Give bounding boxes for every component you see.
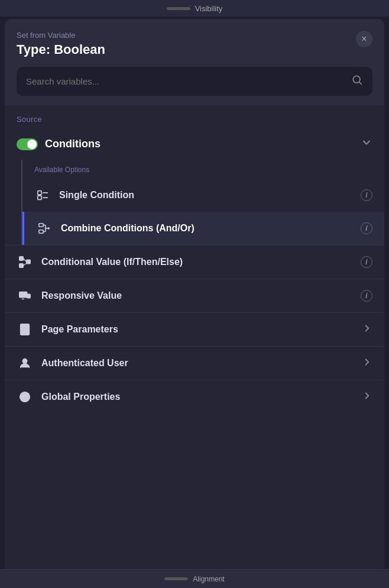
search-input[interactable] [26, 76, 345, 86]
combine-conditions-info-icon[interactable]: i [361, 222, 372, 234]
bottom-bar: Alignment [0, 569, 389, 588]
menu-item-page-parameters[interactable]: Page Parameters [5, 313, 384, 346]
menu-item-conditional-value[interactable]: Conditional Value (If/Then/Else) i [5, 245, 384, 279]
authenticated-user-icon [17, 355, 33, 371]
svg-rect-2 [38, 191, 41, 195]
authenticated-user-chevron-icon [362, 357, 372, 370]
bottom-bar-label: Alignment [193, 575, 224, 583]
combine-conditions-icon [36, 220, 53, 237]
toggle-icon[interactable] [17, 138, 38, 150]
modal-panel: Set from Variable Type: Boolean × Source… [5, 19, 384, 569]
svg-line-17 [23, 263, 27, 266]
svg-rect-13 [20, 257, 23, 260]
page-parameters-label: Page Parameters [41, 324, 354, 335]
source-section: Source Conditions Available Options [5, 105, 384, 569]
source-label: Source [5, 105, 384, 128]
search-icon [351, 74, 363, 89]
responsive-value-info-icon[interactable]: i [361, 290, 372, 302]
available-options-section: Available Options Single Condition i [21, 160, 384, 245]
svg-line-16 [23, 259, 27, 262]
page-parameters-icon [17, 321, 33, 338]
modal-header: Set from Variable Type: Boolean × [5, 19, 384, 67]
chevron-down-icon [361, 137, 372, 151]
global-properties-chevron-icon [362, 390, 372, 404]
combine-conditions-label: Combine Conditions (And/Or) [61, 223, 352, 234]
svg-point-12 [48, 227, 50, 230]
conditional-value-label: Conditional Value (If/Then/Else) [41, 257, 352, 267]
bottom-bar-pill [164, 577, 188, 580]
conditions-row[interactable]: Conditions [5, 128, 384, 160]
search-container [17, 67, 372, 96]
menu-item-responsive-value[interactable]: Responsive Value i [5, 279, 384, 312]
svg-rect-18 [20, 292, 27, 298]
svg-rect-15 [27, 260, 30, 263]
authenticated-user-label: Authenticated User [41, 358, 354, 369]
single-condition-info-icon[interactable]: i [361, 189, 372, 201]
modal-title: Type: Boolean [17, 42, 372, 57]
top-bar: Visibility [0, 0, 389, 17]
conditional-value-icon [17, 254, 33, 270]
top-bar-label: Visibility [195, 4, 223, 13]
menu-item-combine-conditions[interactable]: Combine Conditions (And/Or) i [22, 212, 384, 245]
svg-rect-19 [27, 294, 30, 298]
conditional-value-info-icon[interactable]: i [361, 256, 372, 268]
available-options-label: Available Options [22, 160, 384, 179]
svg-rect-7 [39, 230, 43, 234]
page-parameters-chevron-icon [362, 323, 372, 337]
menu-item-global-properties[interactable]: Global Properties [5, 380, 384, 413]
svg-point-25 [22, 359, 27, 363]
menu-item-single-condition[interactable]: Single Condition i [22, 179, 384, 212]
responsive-value-label: Responsive Value [41, 290, 352, 301]
svg-rect-3 [38, 196, 41, 199]
modal-subtitle: Set from Variable [17, 31, 372, 40]
svg-line-1 [359, 82, 362, 85]
svg-rect-21 [21, 324, 30, 335]
svg-point-0 [353, 76, 360, 83]
close-button[interactable]: × [356, 31, 372, 47]
svg-rect-14 [20, 264, 23, 267]
global-properties-label: Global Properties [41, 392, 354, 402]
svg-rect-6 [39, 224, 43, 227]
single-condition-label: Single Condition [59, 190, 352, 201]
top-bar-pill [167, 7, 190, 10]
global-properties-icon [17, 389, 33, 405]
menu-item-authenticated-user[interactable]: Authenticated User [5, 347, 384, 380]
conditions-label: Conditions [45, 138, 354, 150]
single-condition-icon [34, 187, 51, 203]
responsive-value-icon [17, 287, 33, 304]
